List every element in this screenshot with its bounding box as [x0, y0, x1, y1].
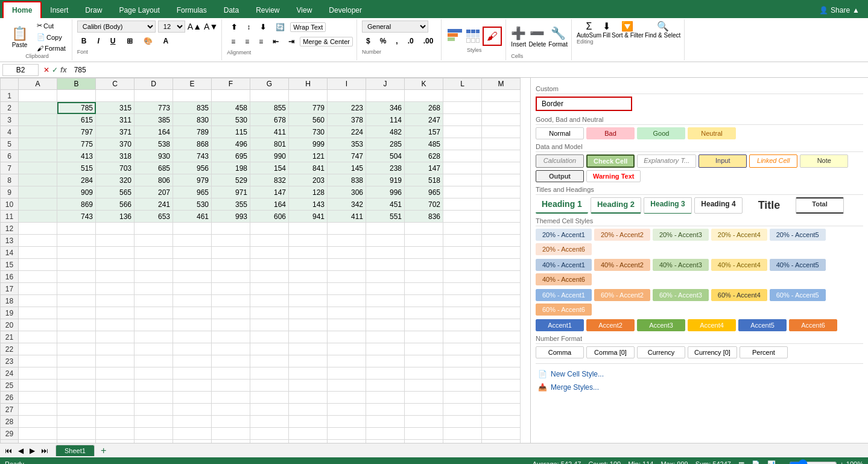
- cell[interactable]: 566: [96, 199, 135, 211]
- cell[interactable]: [212, 271, 250, 283]
- cell[interactable]: [212, 416, 250, 428]
- cell[interactable]: [250, 307, 289, 319]
- sort-filter-button[interactable]: 🔽 Sort & Filter: [612, 21, 644, 39]
- cell[interactable]: 990: [250, 150, 289, 162]
- cell[interactable]: [289, 440, 328, 443]
- cell[interactable]: [250, 428, 289, 440]
- cell[interactable]: 685: [135, 162, 173, 174]
- cell[interactable]: [482, 392, 521, 404]
- cell[interactable]: [328, 307, 366, 319]
- style-input[interactable]: Input: [699, 154, 747, 168]
- cell[interactable]: [57, 404, 96, 416]
- cell[interactable]: [19, 114, 57, 126]
- cell[interactable]: [96, 367, 135, 380]
- row-number-20[interactable]: 20: [1, 319, 19, 331]
- cell[interactable]: 346: [366, 102, 405, 114]
- cell[interactable]: [19, 404, 57, 416]
- cell[interactable]: 965: [405, 186, 443, 199]
- tab-review[interactable]: Review: [247, 2, 288, 18]
- cell[interactable]: 653: [135, 211, 173, 223]
- cell[interactable]: [328, 380, 366, 392]
- decrease-decimal-button[interactable]: .0: [404, 34, 418, 48]
- cell[interactable]: [443, 102, 482, 114]
- cell[interactable]: [212, 223, 250, 235]
- cell[interactable]: [19, 259, 57, 271]
- cell[interactable]: [250, 235, 289, 247]
- cell[interactable]: [250, 271, 289, 283]
- cell[interactable]: [328, 90, 366, 102]
- cell[interactable]: [482, 90, 521, 102]
- cell[interactable]: [173, 343, 212, 355]
- percent-button[interactable]: %: [376, 34, 391, 48]
- cell[interactable]: 285: [366, 138, 405, 150]
- cell[interactable]: [405, 259, 443, 271]
- cell[interactable]: [482, 271, 521, 283]
- first-sheet-button[interactable]: ⏮: [2, 445, 14, 456]
- cell[interactable]: 747: [328, 150, 366, 162]
- cell[interactable]: [19, 102, 57, 114]
- cell[interactable]: [366, 319, 405, 331]
- style-accent6-20[interactable]: 20% - Accent6: [536, 243, 592, 255]
- cell[interactable]: [289, 319, 328, 331]
- cell[interactable]: [289, 428, 328, 440]
- cell[interactable]: [212, 259, 250, 271]
- cell[interactable]: 530: [173, 199, 212, 211]
- cell[interactable]: [405, 331, 443, 343]
- style-note[interactable]: Note: [800, 154, 848, 168]
- cell[interactable]: [19, 283, 57, 295]
- style-warning-text[interactable]: Warning Text: [586, 170, 641, 182]
- cell[interactable]: [135, 331, 173, 343]
- cell[interactable]: [173, 392, 212, 404]
- cell[interactable]: [328, 367, 366, 380]
- row-number-1[interactable]: 1: [1, 90, 19, 102]
- cell[interactable]: [19, 174, 57, 186]
- grid-container[interactable]: A B C D E F G H I J K L M: [0, 78, 530, 443]
- cell[interactable]: [96, 319, 135, 331]
- cell[interactable]: [96, 331, 135, 343]
- cell[interactable]: 695: [212, 150, 250, 162]
- style-accent4[interactable]: Accent4: [688, 319, 736, 331]
- cell[interactable]: 868: [173, 138, 212, 150]
- cell[interactable]: [443, 90, 482, 102]
- col-header-J[interactable]: J: [366, 78, 405, 90]
- cell[interactable]: [443, 235, 482, 247]
- cell[interactable]: 143: [289, 199, 328, 211]
- cell[interactable]: 458: [212, 102, 250, 114]
- page-layout-view-icon[interactable]: 📄: [752, 460, 760, 465]
- cell[interactable]: [212, 380, 250, 392]
- cell[interactable]: [443, 367, 482, 380]
- cell[interactable]: [57, 416, 96, 428]
- cell[interactable]: 413: [57, 150, 96, 162]
- cell[interactable]: [482, 247, 521, 259]
- cell[interactable]: 371: [96, 126, 135, 138]
- cell[interactable]: [443, 319, 482, 331]
- cell[interactable]: [96, 428, 135, 440]
- cell[interactable]: 841: [289, 162, 328, 174]
- row-number-21[interactable]: 21: [1, 331, 19, 343]
- font-color-button[interactable]: A: [159, 34, 173, 48]
- cell[interactable]: [328, 440, 366, 443]
- cell[interactable]: 730: [289, 126, 328, 138]
- cell-styles-button[interactable]: 🖌: [483, 27, 502, 46]
- cell[interactable]: 628: [405, 150, 443, 162]
- col-header-E[interactable]: E: [173, 78, 212, 90]
- cell[interactable]: [135, 235, 173, 247]
- cell[interactable]: [135, 416, 173, 428]
- cell[interactable]: [443, 162, 482, 174]
- cell[interactable]: [482, 440, 521, 443]
- col-header-H[interactable]: H: [289, 78, 328, 90]
- cell[interactable]: [57, 247, 96, 259]
- cell[interactable]: [19, 428, 57, 440]
- cell[interactable]: [482, 283, 521, 295]
- cell[interactable]: [19, 126, 57, 138]
- cell[interactable]: [19, 331, 57, 343]
- cell[interactable]: 996: [366, 186, 405, 199]
- delete-cells-button[interactable]: ➖ Delete: [528, 26, 546, 48]
- cell[interactable]: [135, 307, 173, 319]
- cell[interactable]: 284: [57, 174, 96, 186]
- col-header-F[interactable]: F: [212, 78, 250, 90]
- cell[interactable]: [443, 343, 482, 355]
- row-number-26[interactable]: 26: [1, 392, 19, 404]
- cell[interactable]: [173, 319, 212, 331]
- cell[interactable]: [212, 331, 250, 343]
